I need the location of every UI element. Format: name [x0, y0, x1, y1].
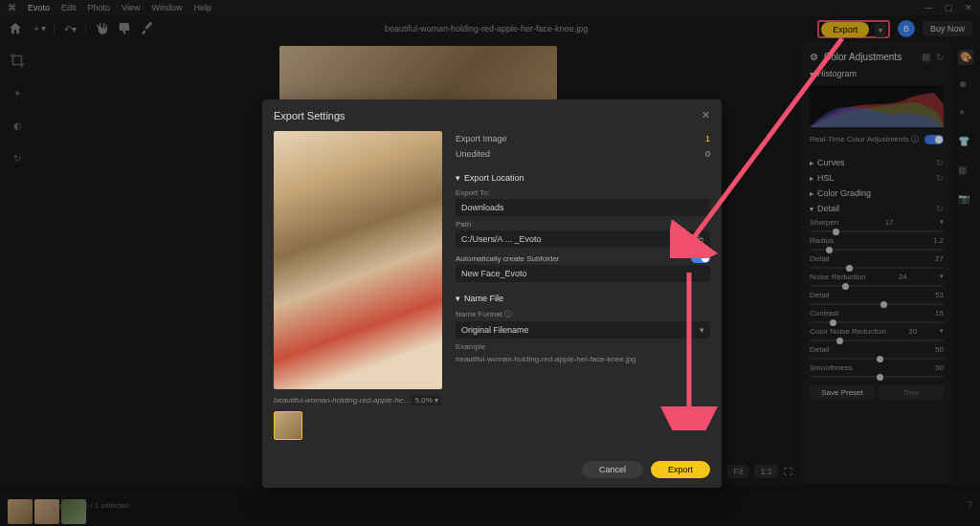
preview-image [274, 131, 442, 389]
modal-preview: beautiful-woman-holding-red-apple-her-fa… [274, 131, 442, 440]
example-label: Example [456, 339, 710, 353]
auto-subfolder-toggle[interactable] [691, 253, 710, 263]
unedited-count: 0 [705, 149, 710, 159]
close-icon[interactable]: ✕ [702, 109, 710, 121]
name-file-label: Name File [464, 294, 503, 303]
preview-caption: beautiful-woman-holding-red-apple-her-fa… [274, 396, 412, 405]
subfolder-field[interactable]: New Face_Evoto [456, 265, 710, 282]
name-format-label: Name Format [456, 310, 502, 318]
example-text: beautiful-woman-holding-red-apple-her-fa… [456, 353, 710, 364]
export-to-label: Export To: [456, 185, 710, 199]
export-image-count: 1 [705, 134, 710, 143]
export-confirm-button[interactable]: Export [651, 461, 710, 478]
chevron-down-icon: ▾ [700, 325, 704, 335]
export-image-label: Export Image [456, 134, 507, 143]
export-settings-modal: Export Settings ✕ beautiful-woman-holdin… [262, 99, 722, 488]
path-label: Path [456, 216, 710, 230]
info-icon[interactable]: ⓘ [504, 310, 512, 318]
modal-title: Export Settings [274, 110, 345, 121]
name-format-select[interactable]: Original Filename▾ [456, 321, 710, 339]
chevron-down-icon[interactable]: ▾ [456, 294, 460, 303]
path-field[interactable]: C:/Users/A ... _Evoto🗁 [456, 230, 710, 248]
unedited-label: Unedited [456, 149, 490, 159]
preview-zoom[interactable]: 5.0% ▾ [412, 395, 442, 405]
chevron-down-icon[interactable]: ▾ [456, 173, 460, 183]
cancel-button[interactable]: Cancel [582, 461, 643, 478]
export-location-label: Export Location [464, 173, 524, 183]
mini-thumbnail[interactable] [274, 411, 302, 440]
export-to-field[interactable]: Downloads [456, 199, 710, 216]
auto-subfolder-label: Automatically create Subfolder [456, 254, 560, 263]
browse-folder-icon[interactable]: 🗁 [696, 234, 704, 244]
